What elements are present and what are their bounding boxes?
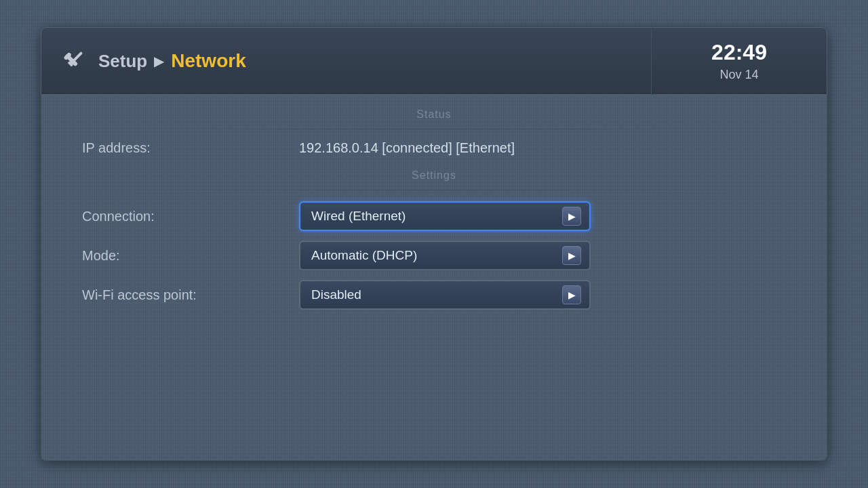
settings-section: Settings Connection: Wired (Ethernet) ▶ …	[68, 169, 800, 310]
wifi-label: Wi-Fi access point:	[82, 287, 299, 303]
wifi-value: Disabled	[311, 287, 361, 302]
connection-value: Wired (Ethernet)	[311, 209, 406, 224]
header-right: 22:49 Nov 14	[651, 27, 827, 95]
status-section-header: Status	[68, 108, 800, 121]
date-display: Nov 14	[719, 68, 758, 82]
wifi-dropdown[interactable]: Disabled ▶	[299, 280, 591, 310]
status-divider	[68, 129, 800, 129]
mode-dropdown[interactable]: Automatic (DHCP) ▶	[299, 241, 591, 270]
mode-arrow-icon: ▶	[562, 246, 581, 265]
setup-icon	[62, 47, 89, 75]
wifi-row: Wi-Fi access point: Disabled ▶	[68, 280, 800, 310]
connection-arrow-icon: ▶	[562, 207, 581, 226]
connection-dropdown[interactable]: Wired (Ethernet) ▶	[299, 201, 591, 231]
breadcrumb-network: Network	[171, 50, 245, 72]
ip-label: IP address:	[82, 140, 299, 156]
ip-value: 192.168.0.14 [connected] [Ethernet]	[299, 140, 515, 156]
breadcrumb: Setup ▶ Network	[98, 50, 246, 72]
breadcrumb-arrow-icon: ▶	[154, 53, 164, 69]
header-left: Setup ▶ Network	[41, 27, 651, 95]
settings-divider	[68, 190, 800, 190]
wifi-arrow-icon: ▶	[562, 285, 581, 304]
mode-label: Mode:	[82, 248, 299, 264]
time-display: 22:49	[711, 40, 767, 65]
settings-section-header: Settings	[68, 169, 800, 182]
breadcrumb-setup: Setup	[98, 51, 147, 72]
mode-row: Mode: Automatic (DHCP) ▶	[68, 241, 800, 270]
main-container: Setup ▶ Network 22:49 Nov 14 Status IP a…	[41, 27, 827, 461]
connection-label: Connection:	[82, 209, 299, 224]
mode-value: Automatic (DHCP)	[311, 248, 417, 263]
header: Setup ▶ Network 22:49 Nov 14	[41, 27, 827, 95]
ip-address-row: IP address: 192.168.0.14 [connected] [Et…	[68, 140, 800, 156]
connection-row: Connection: Wired (Ethernet) ▶	[68, 201, 800, 231]
main-content: Status IP address: 192.168.0.14 [connect…	[41, 95, 827, 461]
